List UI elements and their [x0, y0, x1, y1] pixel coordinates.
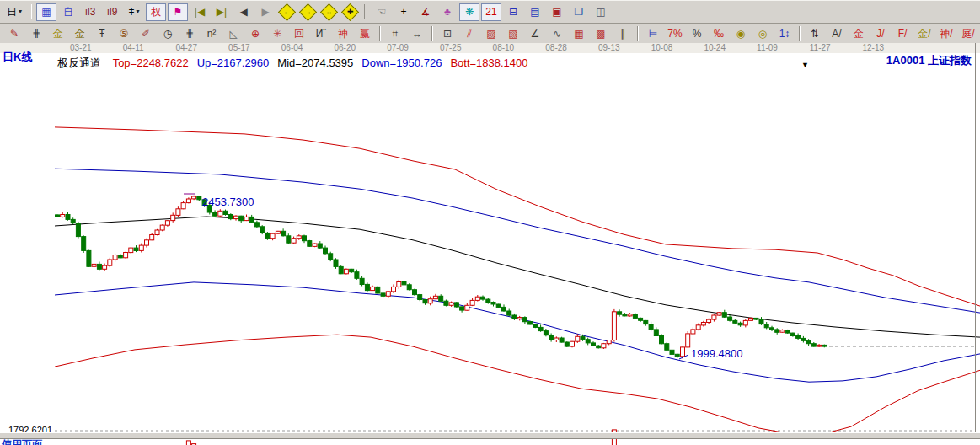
ma-gold2-button[interactable]: 金/	[914, 25, 934, 43]
i-quote-button[interactable]: И˝	[311, 25, 331, 43]
chart-canvas[interactable]: 1792.620110494947269966314349831572453.7…	[0, 106, 980, 445]
box-spiral-button[interactable]: 回	[289, 25, 309, 43]
notepad-button[interactable]: ▤	[525, 3, 545, 21]
scroll-right-button[interactable]: →	[299, 3, 317, 20]
grid-arrow-button[interactable]: ▩	[591, 25, 611, 43]
chart-window[interactable]: 1792.620110494947269966314349831572453.7…	[0, 53, 980, 445]
info-panel-button[interactable]: 自	[58, 3, 78, 21]
rect-draw-button[interactable]: ⊡	[437, 25, 458, 43]
web-star-button[interactable]: ✳	[267, 25, 287, 43]
kline-3-button-icon: ıl3	[85, 7, 96, 17]
grid-indicator-button[interactable]: ⋕	[26, 25, 46, 43]
candle-body-down	[618, 312, 622, 314]
gold-grid2-button[interactable]: 金	[70, 25, 90, 43]
scale-tool-button[interactable]: ⇅	[805, 25, 825, 43]
candle-body-up	[475, 297, 479, 300]
wave-line-button[interactable]: ∿	[547, 25, 567, 43]
calendar-button[interactable]: 21	[481, 3, 501, 21]
gold-grid-button[interactable]: 金	[48, 25, 68, 43]
toolbar-separator	[379, 26, 381, 41]
target-circle-button[interactable]: ⊕	[245, 25, 265, 43]
kline-3-button[interactable]: ıl3	[80, 3, 100, 21]
period-daily-button-dropdown-icon: ▾	[19, 8, 22, 15]
percent-button[interactable]: %	[687, 25, 707, 43]
angle-a-button[interactable]: ◺	[223, 25, 244, 43]
gold-circle2-button[interactable]: ◎	[752, 25, 773, 43]
candle-body-down	[360, 278, 364, 284]
updown-1-button[interactable]: 1↕	[774, 25, 795, 43]
candle-body-down	[728, 317, 732, 320]
candle-body-down	[597, 346, 601, 348]
spiral-button[interactable]: ⑤	[114, 25, 134, 43]
n2-button[interactable]: n²	[201, 25, 222, 43]
flower-tool-button[interactable]: ♣	[437, 3, 458, 21]
candle-body-down	[56, 215, 60, 217]
draw-pen-button[interactable]: ✎	[4, 25, 24, 43]
zoom-in-x-button[interactable]: ✚	[341, 3, 359, 20]
ma-di-button[interactable]: 庭/	[958, 25, 978, 43]
candle-body-down	[365, 284, 369, 290]
ma-a-button[interactable]: A/	[827, 25, 847, 43]
f-grid-button-icon: Ŧ	[99, 29, 104, 39]
marker-pen-button[interactable]: ✐	[136, 25, 156, 43]
candle-body-down	[318, 244, 322, 248]
candle-style-button[interactable]: ǂ▾	[124, 3, 144, 21]
ma-shen-button[interactable]: 神/	[936, 25, 956, 43]
ma-j-button[interactable]: J/	[870, 25, 891, 43]
angle-measure-button[interactable]: ∡	[415, 3, 436, 21]
shen-grid-button[interactable]: 神	[333, 25, 353, 43]
candle-body-down	[785, 330, 790, 333]
win-grid-button[interactable]: 赢	[355, 25, 375, 43]
calculator-button[interactable]: ⊟	[503, 3, 523, 21]
collapse-triangle-icon[interactable]: ▼	[801, 61, 809, 69]
net-sync-button[interactable]: ❒	[569, 3, 589, 21]
permille-button[interactable]: ‰	[709, 25, 729, 43]
hash-button[interactable]: ⋕	[179, 25, 200, 43]
rights-adjust-button[interactable]: 权	[146, 3, 166, 21]
save-button[interactable]: ▣	[547, 3, 567, 21]
zoom-out-x-button[interactable]: ↔	[320, 3, 338, 20]
hand-pan-button[interactable]: ☜	[372, 3, 392, 21]
parallel-lines-button[interactable]: ∥	[613, 25, 633, 43]
clock-button[interactable]: ◷	[158, 25, 178, 43]
scroll-left-button[interactable]: ←	[278, 3, 296, 20]
print-button[interactable]: ◫	[591, 3, 611, 21]
candle-body-down	[633, 314, 637, 319]
black-grid-button[interactable]: ⌗	[385, 25, 405, 43]
zoom-out-x-button-icon: ↔	[325, 8, 333, 16]
trend-line-button[interactable]: ∠	[525, 25, 545, 43]
fan-box-button[interactable]: ▧	[503, 25, 523, 43]
crosshair-button[interactable]: +	[394, 3, 414, 21]
last-page-button[interactable]: ▶|	[212, 3, 232, 21]
ruler-count-button[interactable]: ⊨	[643, 25, 663, 43]
first-page-button[interactable]: |◀	[190, 3, 210, 21]
candle-body-down	[502, 307, 506, 311]
red-grid-button[interactable]: ▦	[569, 25, 589, 43]
h-measure-button[interactable]: ↔	[407, 25, 427, 43]
candle-body-up	[607, 340, 611, 344]
ma-f-button[interactable]: F/	[892, 25, 913, 43]
indicator-value: Mid=2074.5395	[277, 56, 353, 69]
prev-page-button[interactable]: ◀	[233, 3, 254, 21]
next-page-button[interactable]: ▶	[255, 3, 276, 21]
kline-9-button[interactable]: ıl9	[102, 3, 122, 21]
box-spiral-button-icon: 回	[294, 29, 304, 39]
rays-button[interactable]: ⫽	[459, 25, 479, 43]
candle-body-down	[402, 282, 406, 285]
f-grid-button[interactable]: Ŧ	[92, 25, 112, 43]
ma-j-button-icon: J/	[876, 29, 884, 39]
ma-gold-button[interactable]: 金	[849, 25, 869, 43]
percent7-button[interactable]: 7%	[665, 25, 685, 43]
period-daily-button[interactable]: 日▾	[4, 3, 24, 21]
candle-body-up	[517, 318, 522, 319]
window-layout-button[interactable]: ▦	[36, 3, 56, 21]
candle-body-down	[639, 318, 643, 320]
smart-brain-button[interactable]: ❋	[459, 3, 479, 21]
flag-chart-button[interactable]: ⚑	[168, 3, 188, 21]
kline-period-title: 日K线	[3, 50, 32, 65]
hatch-box-button[interactable]: ▨	[481, 25, 501, 43]
status-bar-text[interactable]: 使用页面	[2, 437, 42, 445]
candle-body-up	[576, 336, 580, 341]
angle-a-button-icon: ◺	[229, 29, 237, 39]
gold-circle-button[interactable]: ◉	[731, 25, 751, 43]
